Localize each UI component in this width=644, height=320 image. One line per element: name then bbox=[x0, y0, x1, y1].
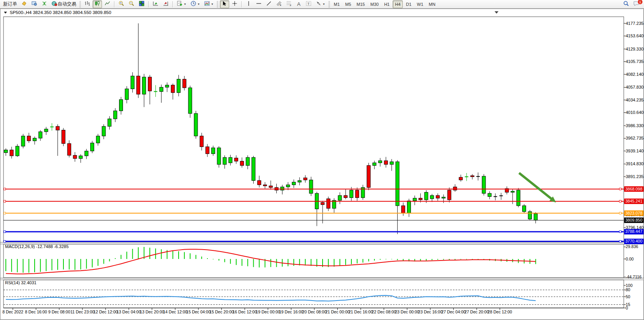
svg-text:4153.640: 4153.640 bbox=[626, 33, 644, 38]
zoom-in-button[interactable] bbox=[117, 0, 126, 8]
svg-text:SP500-,H4 3824.350 3824.850 3: SP500-,H4 3824.350 3824.850 3804.550 380… bbox=[10, 10, 111, 15]
line-handle[interactable] bbox=[619, 200, 621, 202]
text-label-icon: T bbox=[305, 0, 312, 8]
add-indicator-icon bbox=[177, 0, 183, 8]
svg-text:9 Dec 08:00: 9 Dec 08:00 bbox=[48, 310, 70, 314]
toolbar-separator bbox=[114, 1, 115, 7]
text-button[interactable]: A bbox=[295, 0, 303, 8]
timeframe-m5[interactable]: M5 bbox=[343, 0, 353, 8]
svg-text:3770.400: 3770.400 bbox=[625, 239, 642, 243]
candlestick-button[interactable] bbox=[93, 0, 102, 8]
line-handle[interactable] bbox=[619, 240, 621, 242]
svg-text:3868.098: 3868.098 bbox=[625, 187, 642, 191]
line-handle[interactable] bbox=[619, 212, 621, 214]
quotes-button[interactable] bbox=[19, 0, 29, 8]
svg-text:3939.140: 3939.140 bbox=[626, 149, 644, 153]
tile-windows-icon bbox=[139, 0, 145, 8]
line-handle[interactable] bbox=[4, 240, 6, 242]
svg-text:3788.447: 3788.447 bbox=[625, 229, 642, 234]
svg-text:21 Dec 16:00: 21 Dec 16:00 bbox=[349, 310, 373, 314]
svg-text:0: 0 bbox=[626, 306, 628, 310]
svg-text:-44.7116: -44.7116 bbox=[626, 275, 642, 279]
new-order-label: 新订单 bbox=[3, 1, 17, 7]
signal-button[interactable] bbox=[40, 0, 49, 8]
svg-text:3914.830: 3914.830 bbox=[626, 161, 644, 166]
timeframe-mn[interactable]: MN bbox=[426, 0, 438, 8]
zoom-out-button[interactable] bbox=[127, 0, 136, 8]
signal-icon bbox=[41, 0, 47, 8]
svg-text:0.00: 0.00 bbox=[626, 257, 634, 261]
main-toolbar: 新订单 自动交易 ▼ ▼ ▼ E F A T ▼ M1M5M15M30H1H4D… bbox=[0, 0, 644, 9]
svg-text:15 Dec 20:00: 15 Dec 20:00 bbox=[209, 310, 234, 314]
timeframe-h4[interactable]: H4 bbox=[393, 0, 403, 8]
text-label-button[interactable]: T bbox=[304, 0, 313, 8]
line-chart-icon bbox=[104, 0, 111, 8]
svg-text:23 Dec 00:00: 23 Dec 00:00 bbox=[395, 310, 419, 314]
chart-shift-marker-icon[interactable] bbox=[495, 11, 498, 14]
channel-button[interactable]: E bbox=[274, 0, 284, 8]
timeframe-m30[interactable]: M30 bbox=[368, 0, 381, 8]
timeframe-h1[interactable]: H1 bbox=[382, 0, 392, 8]
market-watch-button[interactable] bbox=[30, 0, 39, 8]
indicator-window-button[interactable] bbox=[151, 0, 160, 8]
arrow-shapes-icon bbox=[316, 0, 322, 8]
svg-text:15 Dec 04:00: 15 Dec 04:00 bbox=[186, 310, 211, 314]
horizontal-line-button[interactable] bbox=[254, 0, 263, 8]
line-handle[interactable] bbox=[4, 212, 6, 214]
chart-window[interactable]: SP500-,H4 3824.350 3824.850 3804.550 380… bbox=[0, 9, 644, 320]
toolbar-separator bbox=[172, 1, 173, 7]
line-handle[interactable] bbox=[619, 188, 621, 190]
shift-chart-icon bbox=[163, 0, 169, 8]
chart-title: SP500-,H4 3824.350 3824.850 3804.550 380… bbox=[4, 10, 111, 15]
panel-frames bbox=[0, 17, 644, 308]
svg-text:19 Dec 16:00: 19 Dec 16:00 bbox=[279, 310, 304, 314]
shift-chart-button[interactable] bbox=[161, 0, 170, 8]
line-handle[interactable] bbox=[4, 231, 6, 233]
auto-trading-label: 自动交易 bbox=[58, 1, 76, 7]
svg-text:3823.078: 3823.078 bbox=[625, 211, 642, 215]
tile-windows-button[interactable] bbox=[137, 0, 146, 8]
add-indicator-button[interactable]: ▼ bbox=[175, 0, 188, 8]
vertical-line-button[interactable] bbox=[244, 0, 253, 8]
timeframe-w1[interactable]: W1 bbox=[414, 0, 426, 8]
timeframe-d1[interactable]: D1 bbox=[404, 0, 414, 8]
trendline-icon bbox=[266, 0, 272, 8]
svg-text:4057.830: 4057.830 bbox=[626, 85, 644, 89]
period-button[interactable]: ▼ bbox=[189, 0, 202, 8]
template-icon bbox=[204, 0, 210, 8]
auto-trading-button[interactable]: 自动交易 bbox=[50, 0, 78, 8]
svg-text:80: 80 bbox=[626, 287, 630, 292]
arrow-shapes-button[interactable]: ▼ bbox=[314, 0, 327, 8]
chevron-down-icon: ▼ bbox=[211, 3, 214, 5]
chevron-down-icon: ▼ bbox=[184, 3, 186, 5]
bar-chart-button[interactable] bbox=[82, 0, 92, 8]
zoom-out-icon bbox=[128, 0, 135, 8]
chevron-down-icon[interactable] bbox=[4, 12, 7, 14]
cursor-button[interactable] bbox=[220, 0, 229, 8]
svg-text:4010.640: 4010.640 bbox=[626, 110, 644, 115]
svg-text:27 Dec 20:00: 27 Dec 20:00 bbox=[465, 310, 489, 314]
line-handle[interactable] bbox=[619, 231, 621, 233]
search-button[interactable] bbox=[621, 0, 631, 8]
svg-text:MACD(12,26,9) -12.7488 -6.3285: MACD(12,26,9) -12.7488 -6.3285 bbox=[5, 244, 68, 249]
template-button[interactable]: ▼ bbox=[202, 0, 215, 8]
cursor-icon bbox=[221, 0, 228, 8]
fibonacci-button[interactable]: F bbox=[284, 0, 294, 8]
svg-text:100: 100 bbox=[626, 283, 633, 288]
line-handle[interactable] bbox=[4, 188, 6, 190]
svg-text:29.836: 29.836 bbox=[626, 244, 638, 249]
chevron-down-icon: ▼ bbox=[323, 3, 325, 5]
svg-text:T: T bbox=[307, 2, 310, 6]
timeframe-m1[interactable]: M1 bbox=[332, 0, 342, 8]
timeframe-m15[interactable]: M15 bbox=[354, 0, 367, 8]
line-handle[interactable] bbox=[4, 200, 6, 202]
notifications-button[interactable]: 1 bbox=[632, 0, 641, 8]
chart-canvas[interactable]: SP500-,H4 3824.350 3824.850 3804.550 380… bbox=[0, 9, 644, 320]
toolbar-grip bbox=[79, 1, 81, 7]
crosshair-button[interactable] bbox=[230, 0, 239, 8]
new-order-button[interactable]: 新订单 bbox=[2, 0, 19, 8]
line-chart-button[interactable] bbox=[103, 0, 112, 8]
indicator-window-icon bbox=[153, 0, 159, 8]
quotes-icon bbox=[21, 0, 27, 8]
trendline-button[interactable] bbox=[264, 0, 274, 8]
